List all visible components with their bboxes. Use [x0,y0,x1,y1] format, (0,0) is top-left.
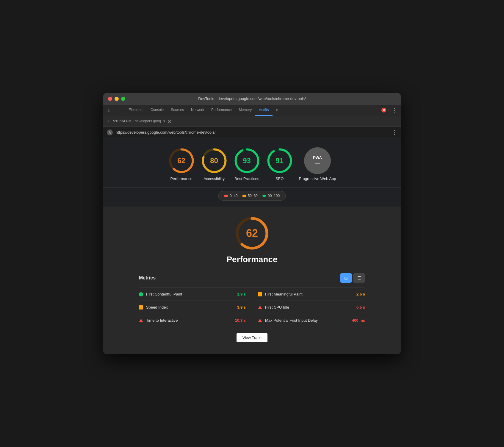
metric-fmp-name: First Meaningful Paint [265,292,353,296]
tab-audits[interactable]: Audits [255,105,272,116]
metric-fcp-icon [139,292,143,296]
performance-large-score: 62 [246,227,258,240]
metric-row-fcp: First Contentful Paint 1.9 s [139,288,246,301]
legend-average-dot [242,195,246,197]
tabs-right: ✕ 2 ⋮ [381,105,400,116]
error-badge[interactable]: ✕ 2 [381,108,389,112]
score-overview: 62 Performance 80 Accessibility [103,138,401,188]
toggle-list-button[interactable]: ☰ [353,273,365,283]
performance-detail-section: 62 Performance Metrics ⊟ ☰ [103,207,401,354]
metric-tti-name: Time to Interactive [146,318,232,323]
accessibility-circle: 80 [201,147,228,174]
metric-row-fmp: First Meaningful Paint 2.6 s [258,288,365,301]
metric-fcp-value: 1.9 s [237,292,246,296]
metrics-section: Metrics ⊟ ☰ [127,273,377,327]
pwa-section-label: Progressive Web App [299,176,336,182]
session-label: 9:01:34 PM - developers.goog [113,119,161,123]
metric-mpfid-name: Max Potential First Input Delay [265,318,349,323]
metric-row-tti: Time to Interactive 10.3 s [139,314,246,327]
tab-performance[interactable]: Performance [208,105,235,116]
metric-fmp-icon [258,292,262,296]
tab-sources[interactable]: Sources [167,105,187,116]
metric-si-name: Speed Index [146,305,234,310]
stop-recording-icon[interactable]: ⊘ [168,118,171,124]
main-content: 62 Performance 80 Accessibility [103,138,401,354]
view-trace-button[interactable]: View Trace [237,333,267,342]
cursor-icon: ⬚ [108,108,111,112]
best-practices-label: Best Practices [234,176,259,182]
legend-item-fail: 0–49 [224,194,238,198]
tab-audits-label: Audits [259,108,269,112]
tab-dock-icon[interactable]: ⊡ [115,105,125,116]
best-practices-circle: 93 [234,147,260,174]
metric-fci-icon [258,306,262,309]
legend-pill: 0–49 50–89 90–100 [218,191,286,201]
tab-cursor-icon[interactable]: ⬚ [104,105,115,116]
metric-mpfid-icon [258,319,262,322]
metric-row-mpfid: Max Potential First Input Delay 400 ms [258,314,365,327]
seo-label: SEO [276,176,284,182]
metrics-header: Metrics ⊟ ☰ [139,273,365,283]
tab-memory[interactable]: Memory [235,105,255,116]
metric-fci-value: 6.5 s [356,305,365,310]
metrics-title: Metrics [139,275,156,281]
metrics-grid: First Contentful Paint 1.9 s Speed Index… [139,288,365,327]
legend-pass-range: 90–100 [268,194,280,198]
title-bar: DevTools - developers.google.com/web/too… [103,93,401,105]
url-text: https://developers.google.com/web/tools/… [116,130,389,135]
performance-label: Performance [170,176,192,182]
grid-icon: ⊟ [344,276,348,280]
metric-si-icon [139,305,143,310]
tab-network[interactable]: Network [187,105,208,116]
legend-fail-dot [224,195,228,197]
tab-sources-label: Sources [171,108,184,112]
dock-icon: ⊡ [118,108,121,112]
dropdown-icon[interactable]: ▾ [163,119,165,123]
maximize-button[interactable] [121,97,125,101]
close-button[interactable] [108,97,112,101]
performance-circle: 62 [168,147,195,174]
more-tabs-icon: » [276,108,278,112]
devtools-more-icon[interactable]: ⋮ [392,107,397,113]
metric-tti-icon [139,319,143,322]
error-icon: ✕ [381,108,386,112]
tab-elements[interactable]: Elements [125,105,147,116]
metric-fcp-name: First Contentful Paint [146,292,234,296]
score-item-best-practices: 93 Best Practices [234,147,260,182]
add-tab-icon[interactable]: + [106,117,111,125]
accessibility-label: Accessibility [204,176,225,182]
accessibility-score-value: 80 [210,157,218,165]
favicon-letter: A [109,131,111,134]
toggle-grid-button[interactable]: ⊟ [340,273,352,283]
metric-tti-value: 10.3 s [235,318,246,323]
score-item-performance: 62 Performance [168,147,195,182]
score-item-seo: 91 SEO [266,147,293,182]
score-item-pwa: PWA — Progressive Web App [299,147,336,182]
secondary-toolbar: + 9:01:34 PM - developers.goog ▾ ⊘ [103,116,401,127]
performance-score-value: 62 [177,157,185,165]
metric-fmp-value: 2.6 s [356,292,365,296]
list-icon: ☰ [357,276,361,280]
url-bar: A https://developers.google.com/web/tool… [103,127,401,138]
score-item-accessibility: 80 Accessibility [201,147,228,182]
legend: 0–49 50–89 90–100 [103,187,401,207]
metric-row-fci: First CPU Idle 6.5 s [258,301,365,314]
best-practices-score-value: 93 [243,157,251,165]
metric-si-value: 3.9 s [237,305,246,310]
view-trace-area: View Trace [127,327,377,342]
window-title: DevTools - developers.google.com/web/too… [198,96,306,101]
pwa-label: PWA [313,155,322,160]
traffic-lights [108,97,125,101]
tab-console[interactable]: Console [147,105,167,116]
devtools-tabs: ⬚ ⊡ Elements Console Sources Network Per… [103,105,401,116]
pwa-dash: — [315,161,320,166]
minimize-button[interactable] [115,97,119,101]
performance-title-area: 62 Performance [127,215,377,264]
url-more-icon[interactable]: ⋮ [392,129,397,136]
tab-performance-label: Performance [211,108,232,112]
seo-score-value: 91 [276,157,284,165]
tab-more[interactable]: » [273,105,282,116]
legend-fail-range: 0–49 [230,194,238,198]
view-toggle: ⊟ ☰ [340,273,365,283]
metric-fci-name: First CPU Idle [265,305,353,310]
